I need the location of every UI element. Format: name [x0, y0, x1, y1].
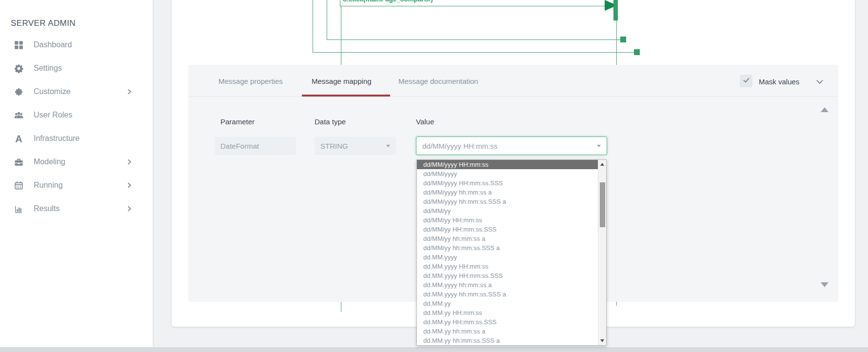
briefcase-icon — [14, 157, 23, 167]
value-combobox-value: dd/MM/yyyy HH:mm:ss — [422, 142, 497, 150]
checkmark-icon — [742, 76, 750, 86]
dropdown-option[interactable]: dd/MM/yy hh:mm:ss a — [417, 234, 598, 243]
dropdown-scrollbar[interactable] — [598, 160, 606, 345]
mask-values-label: Mask values — [759, 78, 799, 86]
scrollbar-thumb[interactable] — [600, 182, 605, 227]
value-dropdown-list: dd/MM/yyyy HH:mm:ss dd/MM/yyyy dd/MM/yyy… — [416, 159, 607, 346]
tab-message-properties[interactable]: Message properties — [218, 77, 283, 85]
dropdown-option[interactable]: dd.MM.yy HH:mm:ss — [417, 308, 598, 317]
panel-scroll-up-icon[interactable] — [821, 107, 829, 112]
sidebar-item-dashboard[interactable]: Dashboard — [0, 33, 153, 57]
chevron-down-icon[interactable] — [815, 78, 824, 86]
data-type-select[interactable]: STRING — [315, 137, 396, 155]
dropdown-option[interactable]: dd.MM.yy hh:mm:ss a — [417, 327, 598, 336]
dropdown-option[interactable]: dd.MM.yy hh:mm:ss.SSS a — [417, 336, 598, 345]
users-icon — [14, 111, 23, 120]
parameter-label: Parameter — [220, 117, 255, 126]
dropdown-option[interactable]: dd.MM.yy — [417, 299, 598, 308]
parameter-input-value: DateFormat — [220, 142, 259, 150]
page-bottom-strip — [0, 347, 868, 352]
dropdown-option[interactable]: dd/MM/yyyy hh:mm:ss a — [417, 188, 598, 197]
sidebar-item-label: Settings — [34, 64, 62, 73]
scroll-up-icon[interactable] — [598, 160, 606, 168]
gear-icon — [14, 64, 23, 73]
parameter-input[interactable]: DateFormat — [215, 137, 296, 155]
chevron-right-icon — [126, 205, 133, 213]
chevron-right-icon — [126, 182, 133, 189]
calendar-icon — [14, 181, 23, 190]
dropdown-option[interactable]: dd/MM/yy HH:mm:ss.SSS — [417, 225, 598, 234]
dropdown-option[interactable]: dd.MM.yyyy HH:mm:ss — [417, 262, 598, 271]
sidebar-nav: Dashboard Settings Customize — [0, 33, 153, 220]
dropdown-option[interactable]: dd/MM/yyyy HH:mm:ss.SSS — [417, 178, 598, 188]
dropdown-option[interactable]: dd.MM.yyyy hh:mm:ss a — [417, 280, 598, 290]
tab-message-mapping[interactable]: Message mapping — [312, 77, 372, 85]
dropdown-option[interactable]: dd.MM.yyyy — [417, 253, 598, 262]
chevron-right-icon — [126, 88, 133, 96]
sidebar: SERVER ADMIN Dashboard Settings Customiz… — [0, 0, 153, 347]
scroll-down-icon[interactable] — [598, 337, 606, 345]
badge-icon — [14, 87, 23, 97]
panel-scroll-down-icon[interactable] — [821, 282, 829, 287]
app-window: SERVER ADMIN Dashboard Settings Customiz… — [0, 0, 868, 352]
sidebar-item-label: Modeling — [34, 157, 65, 166]
dropdown-option[interactable]: dd/MM/yy hh:mm:ss.SSS a — [417, 243, 598, 253]
tab-bar: Message properties Message mapping Messa… — [188, 65, 838, 97]
data-type-label: Data type — [315, 117, 346, 126]
mask-values-checkbox[interactable] — [740, 75, 752, 87]
sidebar-item-label: Customize — [34, 87, 71, 96]
sidebar-item-label: Dashboard — [34, 40, 72, 49]
sidebar-item-modeling[interactable]: Modeling — [0, 150, 153, 174]
sidebar-item-results[interactable]: Results — [0, 197, 153, 220]
bar-chart-icon — [14, 204, 23, 214]
diagram-step-label: o.click(mainPage_compartir) — [343, 0, 433, 3]
sidebar-item-settings[interactable]: Settings — [0, 57, 153, 80]
dropdown-option[interactable]: dd/MM/yy HH:mm:ss — [417, 215, 598, 225]
sidebar-item-label: Results — [34, 204, 59, 213]
app-title: SERVER ADMIN — [11, 19, 76, 28]
sidebar-item-user-roles[interactable]: User Roles — [0, 103, 153, 127]
chevron-right-icon — [126, 158, 133, 166]
dropdown-option[interactable]: dd.MM.yyyy HH:mm:ss.SSS — [417, 271, 598, 280]
value-label: Value — [416, 117, 434, 126]
dropdown-option-selected[interactable]: dd/MM/yyyy HH:mm:ss — [417, 160, 598, 169]
dropdown-option[interactable]: dd/MM/yyyy hh:mm:ss.SSS a — [417, 197, 598, 206]
value-combobox[interactable]: dd/MM/yyyy HH:mm:ss — [416, 137, 607, 155]
dropdown-options: dd/MM/yyyy HH:mm:ss dd/MM/yyyy dd/MM/yyy… — [417, 160, 598, 345]
sidebar-item-customize[interactable]: Customize — [0, 80, 153, 103]
dashboard-icon — [14, 40, 23, 50]
data-type-select-value: STRING — [320, 142, 348, 150]
dropdown-option[interactable]: dd.MM.yy HH:mm:ss.SSS — [417, 317, 598, 327]
sidebar-item-label: User Roles — [34, 111, 72, 119]
dropdown-option[interactable]: dd.MM.yyyy hh:mm:ss.SSS a — [417, 290, 598, 299]
sidebar-item-infrastructure[interactable]: Infrastructure — [0, 127, 153, 150]
dropdown-option[interactable]: dd/MM/yyyy — [417, 169, 598, 178]
caret-down-icon — [597, 145, 601, 147]
active-tab-underline — [302, 95, 390, 97]
sidebar-item-running[interactable]: Running — [0, 174, 153, 197]
font-a-icon — [14, 134, 23, 143]
tab-message-documentation[interactable]: Message documentation — [398, 77, 478, 85]
dropdown-option[interactable]: dd/MM/yy — [417, 206, 598, 215]
sidebar-item-label: Infrastructure — [34, 134, 79, 143]
sidebar-item-label: Running — [34, 181, 63, 190]
caret-down-icon — [386, 145, 390, 147]
